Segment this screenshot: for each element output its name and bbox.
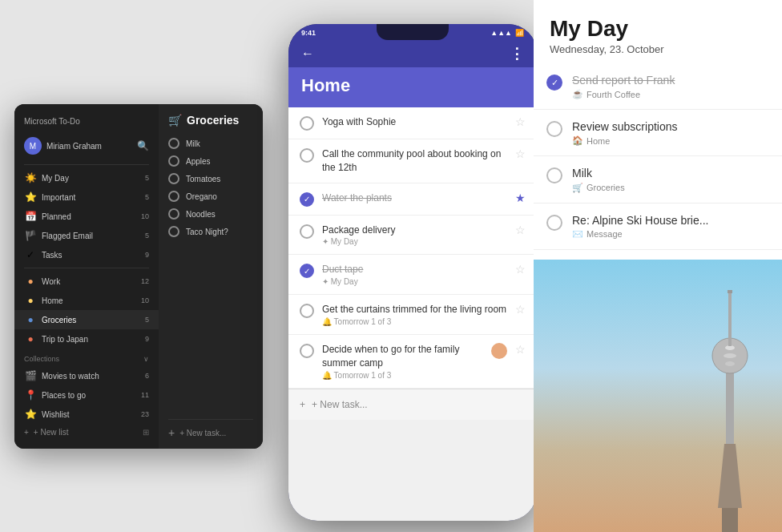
grocery-item[interactable]: Noodles [168,205,253,223]
sub-text: Message [586,229,623,239]
new-task-label: + New task... [312,399,368,410]
phone-top: 9:41 ▲▲▲ 📶 [288,24,537,40]
sidebar-item-label: Flagged Email [42,232,140,240]
task-checkbox[interactable] [168,173,179,184]
work-icon: ● [24,276,37,287]
task-checkbox[interactable]: ✓ [300,264,314,278]
sidebar: Microsoft To-Do M Miriam Graham 🔍 ☀️ My … [14,104,159,449]
task-checkbox[interactable] [300,148,314,163]
search-icon[interactable]: 🔍 [137,140,149,151]
list-name: Groceries [187,114,239,127]
grocery-item[interactable]: Tomatoes [168,170,253,187]
task-checkbox[interactable] [300,116,314,131]
task-checkbox[interactable]: ✓ [546,75,562,91]
task-checkbox[interactable] [168,155,179,167]
star-icon[interactable]: ☆ [515,147,526,160]
sidebar-item-count: 11 [141,391,149,399]
star-icon[interactable]: ☆ [515,303,526,316]
task-item[interactable]: Get the curtains trimmed for the living … [288,295,537,335]
back-button[interactable]: ← [301,46,314,61]
wishlist-icon: ⭐ [24,409,37,420]
task-checkbox[interactable] [546,121,562,137]
myday-task-item[interactable]: Review subscriptions 🏠 Home [534,110,782,156]
task-title: Review subscriptions [572,119,769,134]
sidebar-header: Microsoft To-Do [14,112,159,134]
task-sub: ✦ My Day [322,237,507,246]
grocery-item[interactable]: Milk [168,135,253,152]
new-list-button[interactable]: + + New list ⊞ [14,424,159,441]
myday-panel: My Day Wednesday, 23. October ✓ Send rep… [534,0,782,532]
myday-icon: ☀️ [24,172,37,183]
sidebar-user: M Miriam Graham 🔍 [14,134,159,161]
task-title: Milk [572,166,769,180]
task-checkbox[interactable] [168,138,179,149]
avatar: M [24,137,42,155]
task-checkbox[interactable]: ✓ [300,192,314,207]
sidebar-item-movies[interactable]: 🎬 Movies to watch 6 [14,366,159,385]
task-content: Re: Alpine Ski House brie... ✉️ Message [572,213,769,240]
task-item[interactable]: Package delivery ✦ My Day ☆ [288,216,537,256]
star-icon[interactable]: ☆ [515,224,526,236]
task-checkbox[interactable] [546,215,562,231]
sidebar-item-myday[interactable]: ☀️ My Day 5 [14,168,159,187]
list-icon: 🛒 [168,114,182,127]
myday-task-item[interactable]: Re: Alpine Ski House brie... ✉️ Message [534,204,782,250]
task-content: Duct tape ✦ My Day [322,263,507,286]
sub-text: Fourth Coffee [586,90,640,99]
new-task-button[interactable]: + + New task... [288,389,537,420]
sub-text: Groceries [586,183,625,192]
task-item[interactable]: Call the community pool about booking on… [288,139,537,183]
task-checkbox[interactable] [300,224,314,239]
sidebar-item-groceries[interactable]: ● Groceries 5 [14,310,159,329]
task-text: Package delivery [322,224,507,237]
task-title: Send report to Frank [572,73,769,87]
task-checkbox[interactable] [300,304,314,318]
sidebar-item-places[interactable]: 📍 Places to go 11 [14,385,159,405]
sidebar-item-home[interactable]: ● Home 10 [14,291,159,310]
more-button[interactable]: ⋮ [510,45,524,62]
star-icon[interactable]: ☆ [515,343,526,356]
myday-header: My Day Wednesday, 23. October [534,0,782,63]
sidebar-item-count: 10 [141,212,149,220]
task-item[interactable]: ✓ Duct tape ✦ My Day ☆ [288,255,537,295]
sidebar-item-count: 6 [145,372,149,380]
star-icon[interactable]: ☆ [515,115,526,128]
sidebar-item-count: 10 [141,296,149,304]
japan-icon: ● [24,333,37,345]
task-item[interactable]: Yoga with Sophie ☆ [288,107,537,139]
new-task-button[interactable]: + + New task... [168,419,253,439]
task-checkbox[interactable] [546,167,562,183]
grocery-item[interactable]: Oregano [168,187,253,205]
myday-task-item[interactable]: Milk 🛒 Groceries [534,156,782,203]
sidebar-item-work[interactable]: ● Work 12 [14,272,159,291]
task-checkbox[interactable] [168,208,179,220]
task-item[interactable]: Decide when to go for the family summer … [288,335,537,389]
divider [24,164,149,165]
sidebar-item-planned[interactable]: 📅 Planned 10 [14,207,159,226]
wifi-icon: ▲▲▲ [490,29,512,37]
task-content: Get the curtains trimmed for the living … [322,303,507,326]
task-sub: ✉️ Message [572,229,769,240]
sidebar-item-label: Places to go [42,391,136,400]
task-sub: ☕ Fourth Coffee [572,89,769,99]
sidebar-item-flagged[interactable]: 🏴 Flagged Email 5 [14,226,159,245]
plus-icon: + [300,399,305,410]
sidebar-item-label: Home [42,296,136,305]
new-task-label: + New task... [179,429,226,437]
app-title: Microsoft To-Do [24,117,80,126]
grocery-item[interactable]: Apples [168,152,253,170]
task-checkbox[interactable] [300,344,314,358]
sidebar-item-japan[interactable]: ● Trip to Japan 9 [14,329,159,349]
grocery-item[interactable]: Taco Night? [168,223,253,240]
task-item[interactable]: ✓ Water the plants ★ [288,183,537,216]
sidebar-item-important[interactable]: ⭐ Important 5 [14,187,159,207]
sidebar-item-tasks[interactable]: ✓ Tasks 9 [14,245,159,264]
sidebar-item-wishlist[interactable]: ⭐ Wishlist 23 [14,405,159,424]
myday-task-item[interactable]: ✓ Send report to Frank ☕ Fourth Coffee [534,63,782,110]
sub-icon: ✉️ [572,229,583,240]
task-checkbox[interactable] [168,226,179,237]
task-sub: 🛒 Groceries [572,183,769,193]
star-icon[interactable]: ☆ [515,263,526,276]
star-icon[interactable]: ★ [515,191,526,204]
task-checkbox[interactable] [168,191,179,202]
